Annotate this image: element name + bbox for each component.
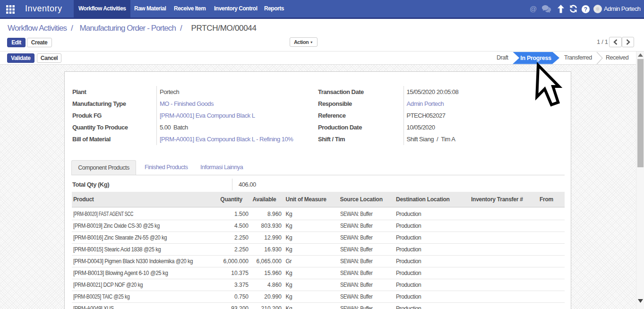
svg-text:?: ? [584, 6, 587, 13]
